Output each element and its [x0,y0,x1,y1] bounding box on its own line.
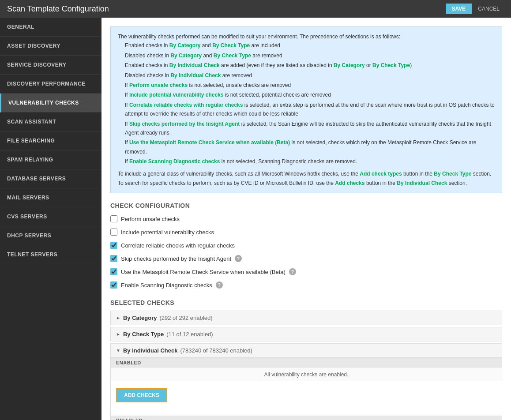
page-title: Scan Template Configuration [7,4,109,14]
sidebar-item-file-searching[interactable]: FILE SEARCHING [0,131,101,150]
info-list: Enabled checks in By Category and By Che… [118,41,495,166]
skip-insight-help-icon[interactable]: ? [235,255,242,262]
by-category-chevron-icon: ► [116,315,120,320]
by-check-type-group: ► By Check Type (11 of 12 enabled) [110,327,502,341]
include-potential-checkbox[interactable] [110,229,117,236]
enabled-subheader: ENABLED [111,358,502,368]
by-check-type-label: By Check Type [123,331,164,338]
option-skip-insight: Skip checks performed by the Insight Age… [110,255,502,262]
add-checks-row: ADD CHECKS [111,385,502,409]
cancel-button[interactable]: CANCEL [473,4,504,14]
header: Scan Template Configuration SAVE CANCEL [0,0,511,18]
option-include-potential: Include potential vulnerability checks [110,229,502,236]
correlate-reliable-checkbox[interactable] [110,242,117,249]
by-individual-check-count: (783240 of 783240 enabled) [180,347,252,354]
by-individual-check-chevron-icon: ▼ [116,348,120,353]
sidebar-item-cvs-servers[interactable]: CVS SERVERS [0,207,101,226]
option-enable-scanning-diagnostic: Enable Scanning Diagnostic checks ? [110,281,502,289]
sidebar-item-general[interactable]: GENERAL [0,18,101,37]
save-button[interactable]: SAVE [446,4,472,14]
disabled-subheader: DISABLED [111,416,502,420]
by-individual-check-label: By Individual Check [123,347,178,354]
info-list-item: If Perform unsafe checks is not selected… [125,81,495,90]
option-correlate-reliable: Correlate reliable checks with regular c… [110,242,502,249]
skip-insight-checkbox[interactable] [110,255,117,262]
info-list-item: If Use the Metasploit Remote Check Servi… [125,138,495,156]
by-category-label: By Category [123,315,157,321]
skip-insight-label[interactable]: Skip checks performed by the Insight Age… [121,255,231,262]
sidebar: GENERALASSET DISCOVERYSERVICE DISCOVERYD… [0,18,101,420]
info-list-item: Disabled checks in By Category and By Ch… [125,51,495,60]
layout: GENERALASSET DISCOVERYSERVICE DISCOVERYD… [0,18,511,420]
sidebar-item-telnet-servers[interactable]: TELNET SERVERS [0,245,101,264]
sidebar-item-scan-assistant[interactable]: SCAN ASSISTANT [0,112,101,131]
info-list-item: If Enable Scanning Diagnostic checks is … [125,157,495,166]
info-box: The vulnerability checks performed can b… [110,26,502,193]
enabled-message: All vulnerability checks are enabled. [111,368,502,381]
use-metasploit-help-icon[interactable]: ? [289,268,296,275]
sidebar-item-service-discovery[interactable]: SERVICE DISCOVERY [0,56,101,75]
add-checks-button[interactable]: ADD CHECKS [116,388,167,402]
info-list-item: Enabled checks in By Category and By Che… [125,41,495,50]
by-individual-check-body: ENABLED All vulnerability checks are ena… [111,358,502,420]
check-config-title: CHECK CONFIGURATION [110,202,502,209]
sidebar-item-discovery-performance[interactable]: DISCOVERY PERFORMANCE [0,75,101,94]
by-individual-check-group: ▼ By Individual Check (783240 of 783240 … [110,343,502,420]
by-individual-check-header[interactable]: ▼ By Individual Check (783240 of 783240 … [111,344,502,358]
option-use-metasploit: Use the Metasploit Remote Check Service … [110,268,502,275]
sidebar-item-spam-relaying[interactable]: SPAM RELAYING [0,150,101,169]
by-category-count: (292 of 292 enabled) [159,315,212,321]
sidebar-item-vulnerability-checks[interactable]: VULNERABILITY CHECKS [0,94,101,112]
sidebar-item-asset-discovery[interactable]: ASSET DISCOVERY [0,37,101,56]
option-perform-unsafe: Perform unsafe checks [110,215,502,222]
by-category-group: ► By Category (292 of 292 enabled) [110,311,502,325]
info-footer: To include a general class of vulnerabil… [118,169,495,188]
sidebar-item-mail-servers[interactable]: MAIL SERVERS [0,188,101,207]
by-check-type-chevron-icon: ► [116,332,120,337]
info-list-item: If Skip checks performed by the Insight … [125,120,495,138]
enable-scanning-diagnostic-checkbox[interactable] [110,281,117,289]
header-buttons: SAVE CANCEL [446,4,504,14]
info-list-item: Disabled checks in By Individual Check a… [125,71,495,80]
main-content: The vulnerability checks performed can b… [101,18,511,420]
by-check-type-header[interactable]: ► By Check Type (11 of 12 enabled) [111,327,502,341]
info-list-item: If Include potential vulnerability check… [125,90,495,99]
use-metasploit-checkbox[interactable] [110,268,117,275]
perform-unsafe-checkbox[interactable] [110,215,117,222]
use-metasploit-label[interactable]: Use the Metasploit Remote Check Service … [121,269,286,275]
info-list-item: If Correlate reliable checks with regula… [125,101,495,119]
check-configuration: CHECK CONFIGURATION Perform unsafe check… [110,202,502,289]
info-intro: The vulnerability checks performed can b… [118,32,495,41]
enable-scanning-diagnostic-help-icon[interactable]: ? [216,281,223,289]
selected-checks-section: SELECTED CHECKS ► By Category (292 of 29… [110,299,502,420]
selected-checks-title: SELECTED CHECKS [110,299,502,306]
info-list-item: Enabled checks in By Individual Check ar… [125,61,495,70]
sidebar-item-database-servers[interactable]: DATABASE SERVERS [0,169,101,188]
by-category-header[interactable]: ► By Category (292 of 292 enabled) [111,311,502,325]
enable-scanning-diagnostic-label[interactable]: Enable Scanning Diagnostic checks [121,282,212,289]
correlate-reliable-label[interactable]: Correlate reliable checks with regular c… [121,242,235,249]
perform-unsafe-label[interactable]: Perform unsafe checks [121,216,180,222]
sidebar-item-dhcp-servers[interactable]: DHCP SERVERS [0,226,101,245]
by-check-type-count: (11 of 12 enabled) [166,331,213,338]
include-potential-label[interactable]: Include potential vulnerability checks [121,229,214,236]
